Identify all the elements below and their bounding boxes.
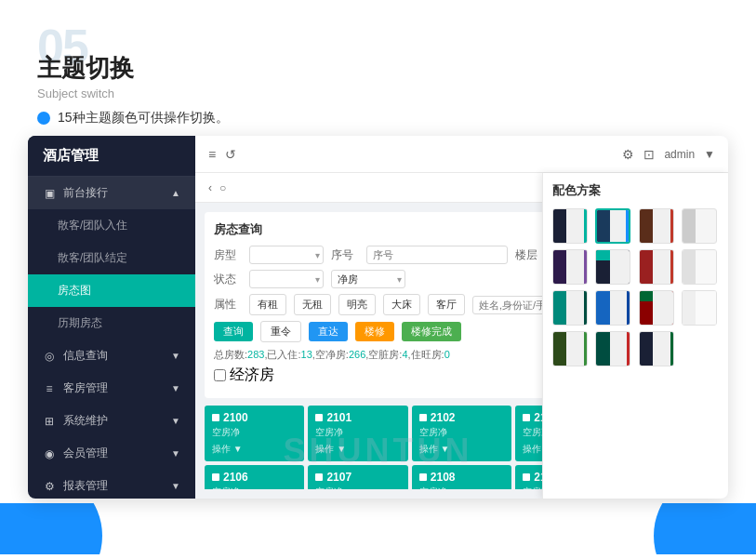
room-ops-2102[interactable]: 操作 ▼ <box>419 443 504 456</box>
infoquery-icon: ◎ <box>43 350 56 363</box>
topbar-left: ≡ ↺ <box>208 147 236 162</box>
sidebar-item-guestmgmt[interactable]: ≡ 客房管理 ▼ <box>28 372 195 405</box>
sidebar-item-roommap[interactable]: 房态图 <box>28 274 195 307</box>
floor-label: 楼层 <box>515 247 543 263</box>
cleanroom-select-wrapper: 净房 <box>331 270 405 288</box>
room-card-2108[interactable]: 2108 空房净 操作 ▼ <box>412 465 511 489</box>
scheme-item-5[interactable] <box>552 249 588 285</box>
sidebar-item-membermgmt[interactable]: ◉ 会员管理 ▼ <box>28 437 195 470</box>
scheme-item-1[interactable] <box>552 208 588 244</box>
room-status-2106: 空房净 <box>212 486 297 489</box>
menu-icon[interactable]: ≡ <box>208 147 216 162</box>
sysmaint-arrow: ▼ <box>171 416 180 426</box>
sidebar-item-history[interactable]: 历期房态 <box>28 307 195 339</box>
forward-button[interactable]: ○ <box>219 181 226 194</box>
sidebar-item-infoquery-label: 信息查询 <box>63 348 108 364</box>
scheme-item-13[interactable] <box>552 331 588 366</box>
scheme-item-7[interactable] <box>639 249 674 285</box>
scheme-item-12[interactable] <box>682 290 717 326</box>
infoquery-arrow: ▼ <box>171 351 180 361</box>
room-dot-2107 <box>315 473 323 481</box>
reset-button[interactable]: 重令 <box>260 321 301 342</box>
scheme-item-11[interactable] <box>639 290 674 326</box>
repair-done-button[interactable]: 楼修完成 <box>402 322 461 341</box>
fullscreen-icon[interactable]: ⊡ <box>643 147 655 162</box>
room-card-2102[interactable]: 2102 空房净 操作 ▼ <box>412 406 511 461</box>
room-number-2108: 2108 <box>431 471 456 484</box>
sidebar-item-sysmaint[interactable]: ⊞ 系统维护 ▼ <box>28 405 195 437</box>
repair-button[interactable]: 楼修 <box>355 322 394 341</box>
settings-icon[interactable]: ⚙ <box>622 147 634 162</box>
scheme-item-3[interactable] <box>639 208 674 244</box>
admin-label: admin <box>664 148 695 161</box>
room-number-2102: 2102 <box>431 411 456 424</box>
query-button[interactable]: 查询 <box>214 322 253 341</box>
scheme-item-10[interactable] <box>595 290 630 326</box>
room-number-2106: 2106 <box>223 471 248 484</box>
tag-youzu[interactable]: 有租 <box>249 294 286 315</box>
seqno-input[interactable] <box>366 246 508 264</box>
tag-mingxi[interactable]: 明亮 <box>338 294 376 315</box>
economy-checkbox[interactable] <box>214 369 226 381</box>
room-number-2100: 2100 <box>223 411 248 424</box>
tag-keting[interactable]: 客厅 <box>428 294 465 315</box>
frontdesk-icon: ▣ <box>43 187 56 200</box>
tag-dachuang[interactable]: 大床 <box>383 294 420 315</box>
room-number-2107: 2107 <box>326 471 351 484</box>
membermgmt-icon: ◉ <box>43 447 56 460</box>
reportmgmt-arrow: ▼ <box>171 481 180 491</box>
sidebar-item-guestmgmt-label: 客房管理 <box>63 380 108 396</box>
room-dot-2108 <box>419 473 427 481</box>
scheme-grid <box>552 208 719 366</box>
page-title-en: Subject switch <box>37 87 719 100</box>
sidebar-item-frontdesk-label: 前台接行 <box>63 185 108 201</box>
room-ops-2101[interactable]: 操作 ▼ <box>315 443 400 456</box>
guestmgmt-arrow: ▼ <box>171 383 180 393</box>
roomtype-select-wrapper <box>249 246 324 264</box>
cleanroom-select[interactable]: 净房 <box>331 270 405 288</box>
room-dot-2106 <box>212 473 219 481</box>
scheme-item-9[interactable] <box>552 290 588 326</box>
room-card-2100[interactable]: 2100 空房净 操作 ▼ <box>205 406 304 461</box>
scheme-item-4[interactable] <box>682 208 717 244</box>
tag-wuzu[interactable]: 无租 <box>294 294 331 315</box>
topbar-right: ⚙ ⊡ admin ▼ <box>622 147 715 162</box>
sidebar-item-sysmaint-label: 系统维护 <box>63 413 108 429</box>
sidebar-item-checkin-label: 散客/团队入住 <box>58 218 127 233</box>
sidebar-item-checkout-label: 散客/团队结定 <box>58 250 127 266</box>
scheme-item-8[interactable] <box>682 249 717 285</box>
room-card-2107[interactable]: 2107 空房净 操作 ▼ <box>308 465 407 489</box>
sidebar-item-roommap-label: 房态图 <box>58 283 91 299</box>
status-select[interactable] <box>249 270 324 288</box>
bullet-icon <box>37 112 50 125</box>
sidebar-item-infoquery[interactable]: ◎ 信息查询 ▼ <box>28 339 195 372</box>
page-title-cn: 主题切换 <box>37 52 719 85</box>
sidebar-menu: ▣ 前台接行 ▲ 散客/团队入住 散客/团队结定 房态图 历期房态 ◎ <box>28 177 195 499</box>
room-status-2100: 空房净 <box>212 426 297 439</box>
economy-label: 经济房 <box>230 366 274 385</box>
room-dot-2109 <box>523 473 530 481</box>
room-ops-2100[interactable]: 操作 ▼ <box>212 443 297 456</box>
room-card-2106[interactable]: 2106 空房净 操作 ▼ <box>205 465 304 489</box>
membermgmt-arrow: ▼ <box>171 448 180 459</box>
topbar: ≡ ↺ ⚙ ⊡ admin ▼ <box>195 136 728 173</box>
scheme-item-14[interactable] <box>595 331 630 366</box>
direct-button[interactable]: 直达 <box>309 322 348 341</box>
sidebar-item-reportmgmt-label: 报表管理 <box>63 478 108 494</box>
roomtype-select[interactable] <box>249 246 324 264</box>
room-card-2101[interactable]: 2101 空房净 操作 ▼ <box>308 406 407 461</box>
scheme-item-15[interactable] <box>639 331 674 366</box>
refresh-icon[interactable]: ↺ <box>225 147 236 162</box>
sidebar-item-checkout[interactable]: 散客/团队结定 <box>28 242 195 274</box>
sidebar-item-checkin[interactable]: 散客/团队入住 <box>28 209 195 242</box>
scheme-item-6[interactable] <box>595 249 630 285</box>
sysmaint-icon: ⊞ <box>43 415 56 428</box>
room-status-2102: 空房净 <box>419 426 504 439</box>
room-dot-2100 <box>212 414 219 421</box>
frontdesk-arrow: ▲ <box>171 188 180 198</box>
sidebar-item-frontdesk[interactable]: ▣ 前台接行 ▲ <box>28 177 195 209</box>
back-button[interactable]: ‹ <box>208 181 212 194</box>
scheme-item-2[interactable] <box>595 208 630 244</box>
sidebar-item-reportmgmt[interactable]: ⚙ 报表管理 ▼ <box>28 470 195 499</box>
admin-dropdown-icon[interactable]: ▼ <box>704 148 715 161</box>
